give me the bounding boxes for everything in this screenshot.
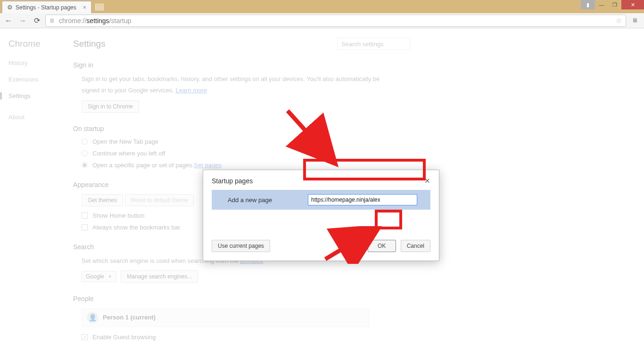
add-page-label: Add a new page	[228, 196, 308, 204]
signin-text-1: Sign in to get your tabs, bookmarks, his…	[82, 75, 380, 82]
new-tab-button[interactable]	[94, 3, 105, 11]
maximize-button[interactable]: ❐	[608, 0, 621, 9]
back-button[interactable]: ←	[3, 15, 14, 26]
address-bar[interactable]: 🗎 chrome://settings/startup ☆	[45, 15, 626, 27]
forward-button[interactable]: →	[17, 15, 28, 26]
checkbox-guest-browsing[interactable]: ✓Enable Guest browsing	[82, 334, 413, 341]
window-controls: ▮ — ❐ ✕	[581, 0, 644, 9]
page-icon: 🗎	[50, 17, 55, 24]
url-host: settings	[86, 17, 109, 24]
ok-button[interactable]: OK	[368, 240, 396, 252]
section-startup: On startup Open the New Tab page Continu…	[73, 125, 413, 169]
dialog-close-icon[interactable]: ✕	[424, 177, 430, 185]
sidebar-item-settings[interactable]: Settings	[0, 92, 60, 99]
section-people: People 👤 Person 1 (current) ✓Enable Gues…	[73, 295, 413, 341]
reset-theme-button[interactable]: Reset to default theme	[125, 194, 194, 206]
bookmark-star-icon[interactable]: ☆	[616, 16, 622, 25]
use-current-pages-button[interactable]: Use current pages	[212, 240, 270, 252]
radio-specific-page[interactable]: Open a specific page or set of pages. Se…	[82, 162, 413, 169]
reload-button[interactable]: ⟳	[31, 15, 42, 26]
url-prefix: chrome://	[59, 17, 86, 24]
tab-title: Settings - Startup pages	[16, 4, 76, 11]
radio-continue[interactable]: Continue where you left off	[82, 150, 413, 157]
get-themes-button[interactable]: Get themes	[82, 194, 123, 206]
search-settings-input[interactable]	[337, 38, 410, 50]
sidebar-item-extensions[interactable]: Extensions	[8, 76, 60, 83]
settings-sidebar: Chrome History Extensions Settings About	[0, 28, 68, 140]
add-page-row: Add a new page	[212, 190, 430, 210]
browser-toolbar: ← → ⟳ 🗎 chrome://settings/startup ☆ ≡	[0, 13, 644, 28]
dialog-title: Startup pages	[212, 177, 253, 185]
chrome-menu-button[interactable]: ≡	[629, 15, 641, 27]
window-titlebar: ⚙ Settings - Startup pages × ▮ — ❐ ✕	[0, 0, 644, 13]
signin-text-2: signed in to your Google services.	[82, 87, 175, 94]
signin-heading: Sign in	[73, 61, 413, 69]
close-tab-icon[interactable]: ×	[83, 4, 86, 11]
user-icon[interactable]: ▮	[581, 0, 595, 9]
minimize-button[interactable]: —	[595, 0, 608, 9]
sidebar-item-about[interactable]: About	[8, 114, 60, 121]
page-content: Chrome History Extensions Settings About…	[0, 28, 644, 343]
people-heading: People	[73, 295, 413, 302]
section-signin: Sign in Sign in to get your tabs, bookma…	[73, 61, 413, 113]
startup-pages-dialog: Startup pages ✕ Add a new page Use curre…	[203, 170, 439, 261]
startup-url-input[interactable]	[308, 194, 417, 205]
gear-icon: ⚙	[7, 4, 13, 11]
sidebar-item-history[interactable]: History	[8, 59, 60, 66]
person-name: Person 1 (current)	[103, 314, 156, 321]
manage-search-button[interactable]: Manage search engines...	[121, 270, 198, 283]
cancel-button[interactable]: Cancel	[401, 240, 430, 252]
caret-down-icon: ▼	[108, 274, 112, 279]
learn-more-link[interactable]: Learn more	[175, 87, 206, 94]
radio-new-tab[interactable]: Open the New Tab page	[82, 138, 413, 145]
person-row[interactable]: 👤 Person 1 (current)	[82, 308, 369, 327]
close-window-button[interactable]: ✕	[621, 0, 644, 9]
set-pages-link[interactable]: Set pages	[194, 162, 222, 169]
search-engine-select[interactable]: Google▼	[82, 271, 116, 282]
signin-button[interactable]: Sign in to Chrome	[82, 100, 139, 113]
brand-heading: Chrome	[8, 39, 60, 49]
startup-heading: On startup	[73, 125, 413, 132]
url-suffix: /startup	[109, 17, 132, 24]
browser-tab[interactable]: ⚙ Settings - Startup pages ×	[2, 1, 91, 13]
avatar-icon: 👤	[87, 312, 98, 323]
